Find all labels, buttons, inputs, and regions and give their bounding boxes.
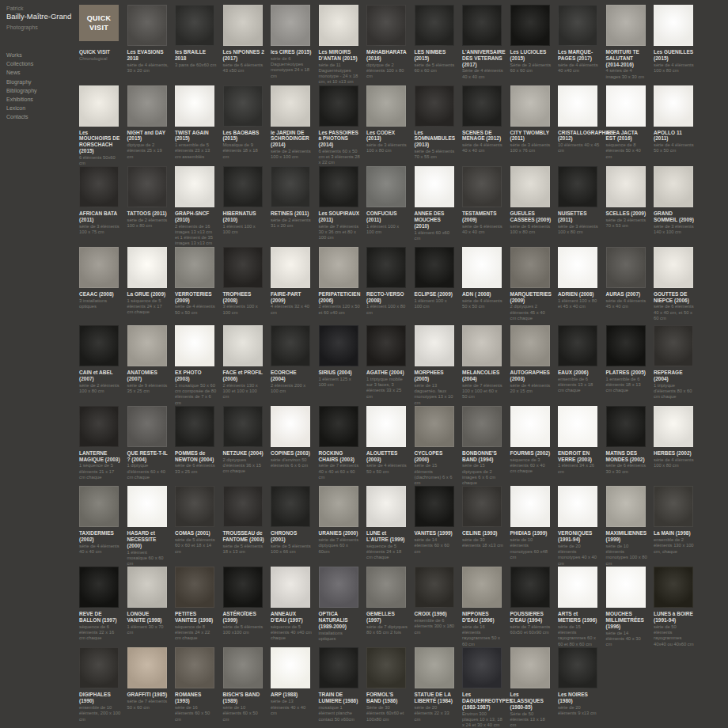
work-thumbnail[interactable] <box>510 647 550 688</box>
work-item[interactable]: GEMELLES (1997) série de 7 diptyques 80 … <box>366 567 415 647</box>
work-thumbnail[interactable] <box>415 85 454 127</box>
work-title[interactable]: FACE et PROFIL (2006) <box>223 370 265 382</box>
work-title[interactable]: MOUCHES MILLIMETRÉES (1996) <box>606 611 648 629</box>
work-item[interactable]: TAXIDERMIES (2002) série de 4 éléments 4… <box>79 486 127 567</box>
work-title[interactable]: GOUTTES DE NIEPCE (2006) <box>654 291 696 304</box>
work-item[interactable]: CEAAC (2008) 3 installations optiques <box>79 247 127 326</box>
work-thumbnail[interactable] <box>127 567 167 608</box>
work-title[interactable]: VERROTERIES (2009) <box>175 291 217 304</box>
work-title[interactable]: Les EVASIONS 2018 <box>127 49 169 62</box>
work-thumbnail[interactable] <box>223 85 263 127</box>
work-item[interactable]: LUNE et L'AUTRE (1999) séquence de 5 élé… <box>366 486 415 567</box>
work-title[interactable]: NIPPONES D'EAU (1996) <box>462 611 504 624</box>
work-title[interactable]: PLATRES (2005) <box>606 370 648 376</box>
work-title[interactable]: AURAS (2007) <box>606 291 648 298</box>
work-item[interactable]: MAHABHARATA (2016) diptyque de 2 élément… <box>366 5 415 85</box>
work-title[interactable]: MELANCOLIES (2004) <box>462 370 504 382</box>
work-item[interactable]: FOURMIS (2002) séquence de 3 éléments 60… <box>510 406 559 487</box>
work-title[interactable]: RECTO-VERSO (2008) <box>366 291 408 304</box>
work-title[interactable]: ENDROIT EN VERRE (2003) <box>558 450 600 463</box>
work-thumbnail[interactable] <box>366 5 406 46</box>
artist-last-name[interactable]: Bailly-Maître-Grand <box>6 12 78 21</box>
work-item[interactable]: Les BAOBABS (2015) Mosaïque de 9 élément… <box>223 85 271 167</box>
work-thumbnail[interactable] <box>415 486 454 527</box>
work-title[interactable]: GRAND SOMMEIL (2009) <box>654 210 696 223</box>
work-thumbnail[interactable] <box>79 406 119 447</box>
work-title[interactable]: Les CLASSIQUES (1980-85) <box>510 692 552 710</box>
work-title[interactable]: TAXIDERMIES (2002) <box>79 530 121 543</box>
work-item[interactable]: Les GUENILLES (2015) série de 4 éléments… <box>654 5 702 85</box>
work-item[interactable]: LUNES à BOIRE (1991-94) série de 50 élém… <box>654 567 702 647</box>
work-item[interactable]: POUSSIERES D'EAU (1994) série de 7 éléme… <box>510 567 559 647</box>
work-thumbnail[interactable] <box>223 486 263 527</box>
work-item[interactable]: GOUTTES DE NIEPCE (2006) série de 6 élém… <box>654 247 702 326</box>
quick-visit-button[interactable]: QUICK VISIT <box>79 5 119 41</box>
work-title[interactable]: CHRONOS (2001) <box>271 530 313 543</box>
work-title[interactable]: HIBERNATUS (2010) <box>223 210 265 223</box>
work-title[interactable]: les CIRES (2015) <box>271 49 313 55</box>
work-thumbnail[interactable] <box>366 567 406 608</box>
work-thumbnail[interactable] <box>654 486 693 527</box>
work-item[interactable]: SCELLES (2009) série de 3 éléments 70 x … <box>606 166 654 247</box>
work-item[interactable]: Les MARQUE-PAGES (2017) série de 4 éléme… <box>558 5 606 85</box>
work-title[interactable]: ROMANES (1993) <box>175 692 217 704</box>
work-title[interactable]: MATINS DES MONDES (2002) <box>606 450 648 463</box>
work-item[interactable]: Les CLASSIQUES (1980-85) Série de 50 élé… <box>510 647 559 728</box>
work-item[interactable]: FAIRE-PART (2009) 4 éléments 32 x 40 cm <box>271 247 319 326</box>
work-thumbnail[interactable] <box>510 166 550 207</box>
work-thumbnail[interactable] <box>319 406 358 447</box>
work-thumbnail[interactable] <box>175 85 214 127</box>
work-thumbnail[interactable] <box>175 325 214 366</box>
work-item[interactable]: Les LUCIOLES (2015) Série de 3 éléments … <box>510 5 559 85</box>
work-title[interactable]: REVE DE BALLON (1997) <box>79 611 121 624</box>
work-thumbnail[interactable] <box>606 85 646 127</box>
work-title[interactable]: L'ANNIVERSAIRE DES VETERANS (2017) <box>462 49 504 67</box>
work-title[interactable]: EX PHOTO (2003) <box>175 370 217 382</box>
work-thumbnail[interactable] <box>127 166 167 207</box>
work-title[interactable]: SIRIUS (2004) <box>319 370 361 376</box>
work-item[interactable]: STATUE DE LA LIBERTÉ (1984) série de 20 … <box>415 647 463 728</box>
work-title[interactable]: Les PASSOIRES à PHOTONS (2014) <box>319 130 361 148</box>
work-thumbnail[interactable] <box>462 486 502 527</box>
work-title[interactable]: FAIRE-PART (2009) <box>271 291 313 304</box>
work-thumbnail[interactable] <box>366 406 406 447</box>
work-thumbnail[interactable] <box>606 247 646 288</box>
work-thumbnail[interactable] <box>558 486 597 527</box>
quick-visit-item[interactable]: QUICK VISIT QUICK VISIT Chronological <box>79 5 127 85</box>
work-item[interactable]: HERBES (2002) série de 4 éléments 100 x … <box>654 406 702 487</box>
work-thumbnail[interactable] <box>462 647 502 688</box>
work-thumbnail[interactable] <box>510 325 550 366</box>
work-title[interactable]: CITY TWOMBLY (2011) <box>510 130 552 142</box>
work-item[interactable]: AURAS (2007) série de 4 éléments 45 x 40… <box>606 247 654 326</box>
work-thumbnail[interactable] <box>271 166 310 207</box>
work-thumbnail[interactable] <box>606 5 646 46</box>
work-item[interactable]: ASTÉROÏDES (1999) série de 5 éléments 10… <box>223 567 271 647</box>
work-thumbnail[interactable] <box>127 85 167 127</box>
work-title[interactable]: LES NIMBES (2015) <box>415 49 457 62</box>
work-title[interactable]: NETZUKE (2004) <box>223 450 265 457</box>
work-item[interactable]: POMMES de NEWTON (2004) série de 6 éléme… <box>175 406 223 487</box>
work-title[interactable]: TATTOOS (2011) <box>127 210 169 217</box>
work-thumbnail[interactable] <box>606 325 646 366</box>
work-title[interactable]: CROIX (1996) <box>415 611 457 617</box>
work-thumbnail[interactable] <box>462 5 502 46</box>
work-title[interactable]: AGATHE (2004) <box>366 370 408 376</box>
work-thumbnail[interactable] <box>558 647 597 688</box>
work-title[interactable]: AUTOGRAPHES (2003) <box>510 370 552 382</box>
work-title[interactable]: RETINES (2011) <box>271 210 313 217</box>
work-thumbnail[interactable] <box>366 247 406 288</box>
work-item[interactable]: CONFUCIUS (2011) 1 élément 100 x 100 cm <box>366 166 415 247</box>
work-thumbnail[interactable] <box>462 567 502 608</box>
work-title[interactable]: DIGIPHALES (1990) <box>79 692 121 704</box>
work-thumbnail[interactable] <box>175 166 214 207</box>
work-thumbnail[interactable] <box>606 166 646 207</box>
work-title[interactable]: TRAIN DE LUMIERE (1986) <box>319 692 361 704</box>
work-item[interactable]: COMAS (2001) série de 5 éléments 60 x 60… <box>175 486 223 567</box>
work-item[interactable]: CYCLOPES (2000) série de 15 éléments (di… <box>415 406 463 487</box>
work-title[interactable]: Les MIROIRS D'ANTAN (2015) <box>319 49 361 62</box>
work-thumbnail[interactable] <box>462 406 502 447</box>
work-thumbnail[interactable] <box>271 567 310 608</box>
work-title[interactable]: PERIPATETICIEN (2006) <box>319 291 361 304</box>
work-title[interactable]: Les GUENILLES (2015) <box>654 49 696 62</box>
work-item[interactable]: CHRONOS (2001) série de 5 éléments 100 x… <box>271 486 319 567</box>
